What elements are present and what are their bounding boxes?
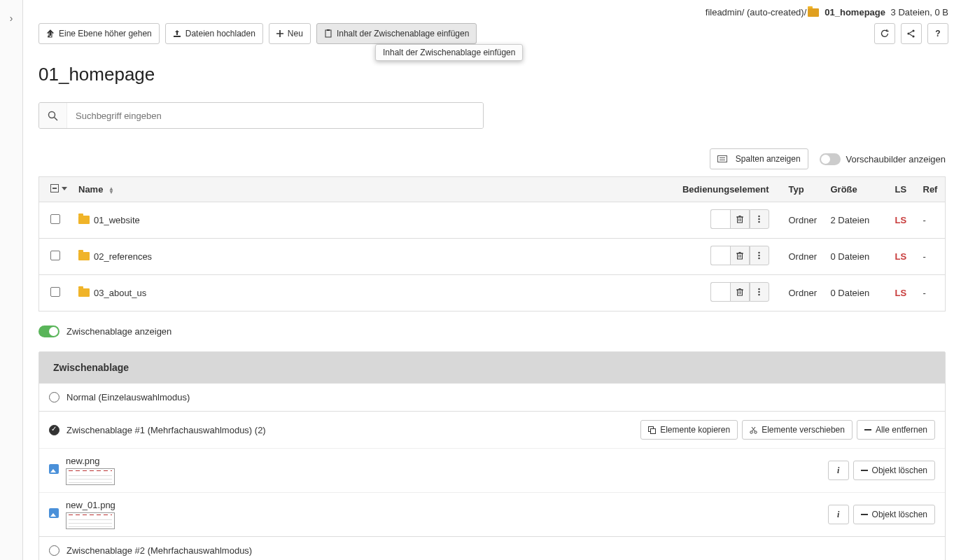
paste-clipboard-button[interactable]: Inhalt der Zwischenablage einfügen xyxy=(316,23,477,44)
row-blank xyxy=(710,209,730,229)
svg-rect-23 xyxy=(651,428,656,433)
svg-rect-14 xyxy=(737,253,742,259)
radio-slot-2[interactable] xyxy=(49,545,59,556)
file-info-button[interactable]: i xyxy=(828,505,849,524)
col-ctrl: Bedienungselement xyxy=(682,184,769,195)
new-button[interactable]: Neu xyxy=(269,23,311,44)
file-thumbnail xyxy=(66,468,115,485)
clipboard-file: new_01.pngiObjekt löschen xyxy=(39,492,945,536)
clipboard-visible-toggle[interactable] xyxy=(38,326,59,337)
delete-button[interactable] xyxy=(730,209,750,229)
col-ref: Ref xyxy=(923,184,938,195)
breadcrumb-stats: 3 Dateien, 0 B xyxy=(891,7,948,18)
search-box xyxy=(38,102,484,129)
help-button[interactable]: ? xyxy=(927,23,948,44)
svg-point-20 xyxy=(758,291,759,293)
row-checkbox[interactable] xyxy=(50,251,60,260)
svg-point-13 xyxy=(758,221,759,223)
file-remove-button[interactable]: Objekt löschen xyxy=(853,461,935,480)
upload-button[interactable]: Dateien hochladen xyxy=(165,23,263,44)
level-up-button[interactable]: Eine Ebene höher gehen xyxy=(38,23,160,44)
table-row: 01_websiteOrdner2 DateienLS- xyxy=(39,202,946,239)
row-ref: - xyxy=(918,239,946,275)
table-row: 02_referencesOrdner0 DateienLS- xyxy=(39,239,946,275)
file-info-button[interactable]: i xyxy=(828,461,849,480)
clipboard-visible-label: Zwischenablage anzeigen xyxy=(66,326,171,337)
breadcrumb-current: 01_homepage xyxy=(825,7,885,18)
minus-icon xyxy=(861,467,868,474)
svg-rect-3 xyxy=(325,30,331,37)
select-all-toggle[interactable] xyxy=(50,184,67,192)
clipboard-slot-1[interactable]: Zwischenablage #1 (Mehrfachauswahlmodus)… xyxy=(39,411,945,448)
row-type: Ordner xyxy=(783,239,825,275)
col-type: Typ xyxy=(789,184,804,195)
row-type: Ordner xyxy=(783,275,825,312)
svg-rect-26 xyxy=(864,429,871,430)
sidebar-collapsed: › xyxy=(0,0,23,560)
remove-all-button[interactable]: Alle entfernen xyxy=(857,420,935,440)
row-size: 0 Dateien xyxy=(825,239,890,275)
svg-point-24 xyxy=(750,430,752,433)
plus-icon xyxy=(276,30,283,37)
row-ref: - xyxy=(918,202,946,239)
more-button[interactable] xyxy=(750,209,769,229)
columns-toggle-button[interactable]: Spalten anzeigen xyxy=(710,148,808,169)
row-type: Ordner xyxy=(783,202,825,239)
reload-button[interactable] xyxy=(874,23,895,44)
clipboard-slot-2[interactable]: Zwischenablage #2 (Mehrfachauswahlmodus) xyxy=(39,536,945,560)
move-elements-button[interactable]: Elemente verschieben xyxy=(742,420,853,440)
svg-point-16 xyxy=(758,255,759,256)
clipboard-file: new.pngiObjekt löschen xyxy=(39,448,945,492)
copy-elements-button[interactable]: Elemente kopieren xyxy=(640,420,738,440)
col-name[interactable]: Name xyxy=(78,184,103,195)
page-title: 01_homepage xyxy=(38,64,946,85)
row-ls: LS xyxy=(895,288,907,298)
search-icon xyxy=(39,103,67,128)
svg-point-11 xyxy=(758,216,759,217)
svg-point-21 xyxy=(758,294,759,295)
minus-icon xyxy=(864,426,871,433)
clipboard-mode-normal[interactable]: Normal (Einzelauswahlmodus) xyxy=(39,383,945,411)
share-icon xyxy=(906,29,916,38)
svg-point-25 xyxy=(755,430,757,433)
upload-icon xyxy=(173,29,181,38)
row-name[interactable]: 01_website xyxy=(94,215,140,225)
more-button[interactable] xyxy=(750,282,769,302)
clipboard-title: Zwischenablage xyxy=(39,352,945,383)
thumbnails-label: Vorschaubilder anzeigen xyxy=(846,154,946,164)
row-size: 2 Dateien xyxy=(825,202,890,239)
row-actions xyxy=(710,282,769,302)
clipboard-paste-icon xyxy=(324,29,332,38)
row-checkbox[interactable] xyxy=(50,214,60,224)
kebab-icon xyxy=(758,251,760,260)
reload-icon xyxy=(880,29,890,38)
folder-icon xyxy=(78,252,90,260)
share-button[interactable] xyxy=(901,23,922,44)
delete-button[interactable] xyxy=(730,246,750,265)
level-up-icon xyxy=(46,29,55,38)
radio-normal[interactable] xyxy=(49,392,59,402)
row-blank xyxy=(710,246,730,265)
row-checkbox[interactable] xyxy=(50,287,60,297)
row-ls: LS xyxy=(895,215,907,225)
col-size: Größe xyxy=(831,184,857,195)
row-name[interactable]: 02_references xyxy=(94,251,152,262)
row-actions xyxy=(710,209,769,229)
breadcrumb: fileadmin/ (auto-created)/ 01_homepage 3… xyxy=(706,7,948,18)
breadcrumb-root[interactable]: fileadmin/ (auto-created)/ xyxy=(706,7,807,18)
row-name[interactable]: 03_about_us xyxy=(94,288,146,298)
svg-rect-18 xyxy=(737,290,742,295)
cut-icon xyxy=(750,426,757,434)
thumbnails-toggle[interactable] xyxy=(820,153,841,165)
row-size: 0 Dateien xyxy=(825,275,890,312)
svg-point-8 xyxy=(49,111,55,118)
expand-sidebar-icon[interactable]: › xyxy=(10,13,13,24)
radio-slot-1[interactable] xyxy=(49,425,59,435)
delete-button[interactable] xyxy=(730,282,750,302)
more-button[interactable] xyxy=(750,246,769,265)
svg-rect-28 xyxy=(861,514,868,515)
clipboard-panel: Zwischenablage Normal (Einzelauswahlmodu… xyxy=(38,351,946,560)
file-remove-button[interactable]: Objekt löschen xyxy=(853,505,935,524)
search-input[interactable] xyxy=(67,103,483,128)
columns-icon xyxy=(717,155,727,162)
